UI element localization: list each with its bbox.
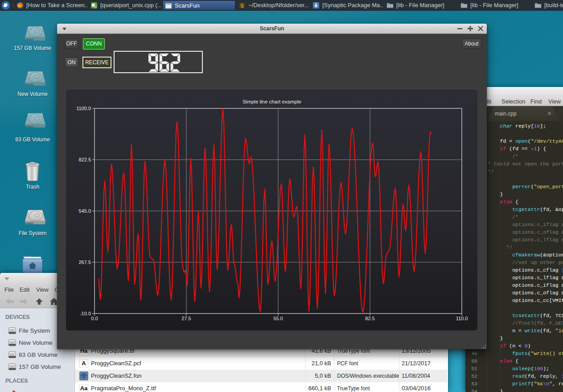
svg-text:55.0: 55.0	[273, 316, 283, 321]
svg-text:267.5: 267.5	[78, 260, 91, 265]
svg-text:545.0: 545.0	[78, 208, 91, 214]
svg-text:0.0: 0.0	[91, 316, 98, 321]
svg-text:822.5: 822.5	[78, 157, 91, 162]
svg-text:S: S	[240, 3, 244, 9]
svg-text:Simple line chart example: Simple line chart example	[242, 99, 301, 104]
svg-text:27.5: 27.5	[181, 316, 191, 321]
svg-text:82.5: 82.5	[365, 316, 374, 321]
svg-text:110.0: 110.0	[456, 316, 468, 321]
svg-text:-10.0: -10.0	[80, 311, 91, 316]
svg-text:1100.0: 1100.0	[76, 106, 91, 111]
